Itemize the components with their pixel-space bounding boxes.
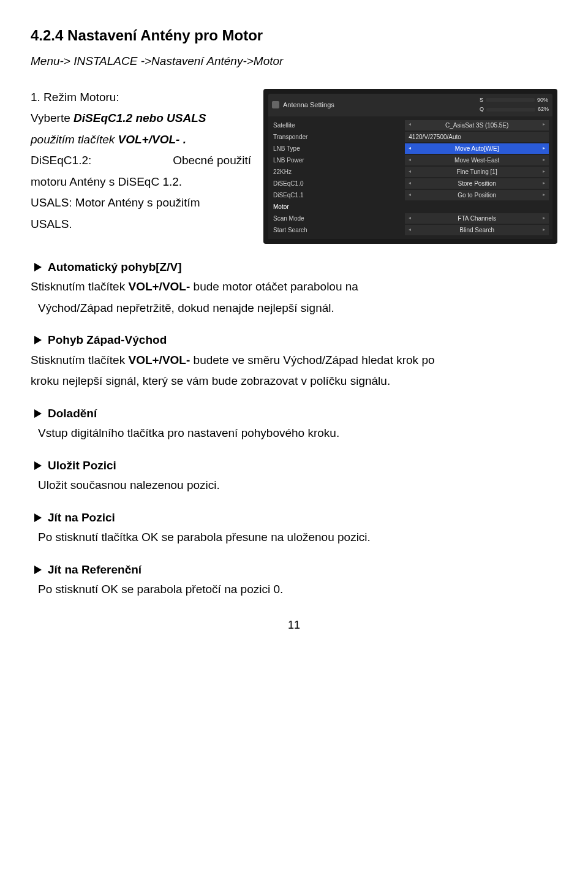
screenshot-left-label: Transponder (272, 132, 401, 142)
sub-heading: Jít na Referenční (31, 561, 557, 579)
screenshot-title: Antenna Settings (283, 100, 334, 110)
intro-line4a: DiSEqC1.2: (31, 152, 91, 170)
screenshot-right-value: ◂Go to Position▸ (405, 190, 549, 200)
arrow-icon (34, 263, 42, 271)
signal-q-bar (486, 108, 535, 112)
screenshot-left-label: DiSEqC1.1 (272, 190, 401, 200)
intro-text: 1. Režim Motoru: Vyberte DiSEqC1.2 nebo … (31, 89, 251, 237)
screenshot-transponder-value: 4120/V/27500/Auto (405, 132, 549, 142)
intro-line3: použitím tlačítek VOL+/VOL- . (31, 131, 251, 149)
signal-q-label: Q (480, 105, 484, 114)
section-title: 4.2.4 Nastavení Antény pro Motor (31, 25, 557, 47)
body-text: Vstup digitálního tlačítka pro nastavení… (38, 425, 557, 442)
signal-q-pct: 62% (538, 105, 549, 114)
screenshot-header: Antenna Settings S 90% Q 62% (268, 94, 552, 116)
screenshot-right-col: ◂C_AsiaSat 3S (105.5E)▸4120/V/27500/Auto… (405, 120, 549, 235)
screenshot-left-col: SatelliteTransponderLNB TypeLNB Power22K… (272, 120, 401, 235)
intro-line1: 1. Režim Motoru: (31, 89, 251, 107)
body-text: Po stisknutí OK se parabola přetočí na p… (38, 581, 557, 599)
intro-line2a: Vyberte (31, 112, 74, 124)
sub-heading-text: Jít na Referenční (48, 561, 141, 579)
signal-s-pct: 90% (537, 96, 548, 105)
page-number: 11 (31, 617, 557, 634)
intro-line5: motoru Antény s DiSEqC 1.2. (31, 173, 251, 191)
intro-line2: Vyberte DiSEqC1.2 nebo USALS (31, 110, 251, 127)
signal-s-bar (486, 98, 535, 102)
intro-line4: DiSEqC1.2: Obecné použití (31, 152, 251, 170)
screenshot-left-label: LNB Power (272, 155, 401, 165)
sub-heading-text: Automatický pohyb[Z/V] (48, 259, 182, 276)
sub-heading: Jít na Pozici (31, 509, 557, 527)
screenshot-left-label: Satellite (272, 120, 401, 131)
intro-block: 1. Režim Motoru: Vyberte DiSEqC1.2 nebo … (31, 89, 557, 244)
bold-span: VOL+/VOL- (128, 354, 190, 366)
sub-heading: Doladění (31, 405, 557, 423)
intro-line7: USALS. (31, 216, 251, 233)
screenshot-body: SatelliteTransponderLNB TypeLNB Power22K… (268, 116, 552, 239)
signal-s-label: S (480, 96, 483, 105)
screenshot-left-label: Motor (272, 202, 401, 212)
screenshot-right-value: ◂Blind Search▸ (405, 225, 549, 235)
screenshot-right-value: ◂Store Position▸ (405, 178, 549, 189)
body-text: Stisknutím tlačítek VOL+/VOL- bude motor… (31, 278, 557, 296)
screenshot-satellite-value: ◂C_AsiaSat 3S (105.5E)▸ (405, 120, 549, 131)
globe-icon (272, 101, 279, 108)
signal-q-row: Q 62% (480, 105, 549, 114)
body-text: kroku nejlepší signál, který se vám bude… (31, 373, 557, 390)
screenshot-right-value: ◂FTA Channels▸ (405, 213, 549, 224)
sub-heading: Pohyb Západ-Východ (31, 331, 557, 349)
intro-line2b: DiSEqC1.2 nebo USALS (74, 112, 206, 124)
intro-line3b: VOL+/VOL- . (118, 133, 186, 146)
body-text: Východ/Západ nepřetržitě, dokud nenajde … (38, 300, 557, 317)
arrow-icon (34, 409, 42, 418)
screenshot-right-value: ◂Fine Tuning [1]▸ (405, 167, 549, 177)
sub-heading-text: Uložit Pozici (48, 457, 116, 475)
sub-heading-text: Doladění (48, 405, 97, 423)
arrow-icon (34, 336, 42, 344)
signal-bars: S 90% Q 62% (480, 96, 549, 114)
arrow-icon (34, 461, 42, 470)
screenshot-left-label: 22KHz (272, 167, 401, 177)
screenshot-right-value: ◂Move Auto[W/E]▸ (405, 143, 549, 154)
body-text: Uložit současnou nalezenou pozici. (38, 477, 557, 494)
sub-heading-text: Jít na Pozici (48, 509, 115, 527)
screenshot-right-value: ◂Move West-East▸ (405, 155, 549, 165)
signal-s-row: S 90% (480, 96, 549, 105)
body-text: Po stisknutí tlačítka OK se parabola pře… (38, 529, 557, 547)
arrow-icon (34, 513, 42, 522)
sub-heading: Automatický pohyb[Z/V] (31, 259, 557, 276)
bold-span: VOL+/VOL- (128, 280, 190, 293)
screenshot-left-label: Start Search (272, 225, 401, 235)
intro-line4b: Obecné použití (173, 152, 251, 170)
arrow-icon (34, 566, 42, 574)
screenshot-left-label: LNB Type (272, 143, 401, 154)
sub-heading-text: Pohyb Západ-Východ (48, 331, 167, 349)
breadcrumb: Menu-> INSTALACE ->Nastavení Antény->Mot… (31, 53, 557, 70)
screenshot-left-label: Scan Mode (272, 213, 401, 224)
screenshot-left-label: DiSEqC1.0 (272, 178, 401, 189)
sub-heading: Uložit Pozici (31, 457, 557, 475)
antenna-settings-screenshot: Antenna Settings S 90% Q 62% SatelliteTr… (263, 89, 557, 244)
intro-line6: USALS: Motor Antény s použitím (31, 194, 251, 212)
intro-line3a: použitím tlačítek (31, 133, 118, 146)
body-text: Stisknutím tlačítek VOL+/VOL- budete ve … (31, 352, 557, 369)
